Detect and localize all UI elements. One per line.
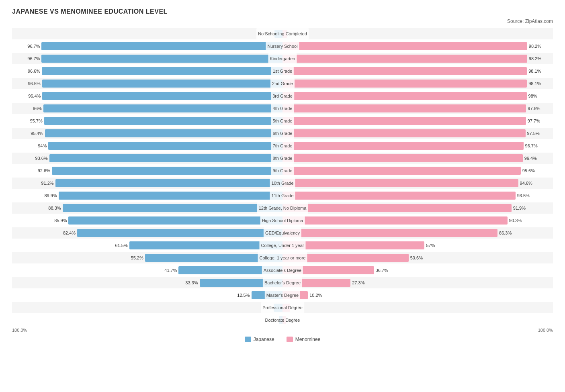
row-label: Master's Degree	[265, 290, 300, 301]
bar-right	[282, 216, 508, 225]
val-left: 96.7%	[27, 41, 40, 52]
bar-right	[282, 55, 527, 63]
chart-row: 96.4%3rd Grade98%	[12, 90, 553, 102]
right-section: 98.1%	[282, 78, 553, 89]
right-section: 90.3%	[282, 215, 553, 226]
chart-row: 96.7%Kindergarten98.2%	[12, 53, 553, 64]
chart-row: 96.6%1st Grade98.1%	[12, 65, 553, 77]
legend-japanese-icon	[245, 337, 251, 342]
left-section: 95.4%	[12, 128, 282, 139]
bar-left	[41, 42, 282, 50]
right-section: 86.3%	[282, 227, 553, 239]
axis-labels: 100.0% 100.0%	[12, 328, 553, 333]
row-label: 1st Grade	[271, 65, 294, 77]
row-label: Doctorate Degree	[264, 314, 302, 326]
right-section: 96.4%	[282, 153, 553, 164]
row-label: GED/Equivalency	[264, 227, 301, 239]
chart-row: 95.7%5th Grade97.7%	[12, 115, 553, 127]
bar-right	[282, 142, 524, 150]
left-section: 96%	[12, 103, 282, 114]
val-right: 98.1%	[528, 78, 541, 89]
left-section: 3.3%	[12, 28, 282, 39]
val-left: 92.6%	[38, 165, 50, 176]
chart-row: 96.5%2nd Grade98.1%	[12, 78, 553, 89]
row-label: College, Under 1 year	[259, 240, 305, 251]
bar-left	[48, 142, 282, 150]
row-label: 12th Grade, No Diploma	[257, 202, 308, 214]
right-section: 27.3%	[282, 277, 553, 288]
chart-row: 33.3%Bachelor's Degree27.3%	[12, 277, 553, 288]
bar-right	[282, 67, 527, 75]
left-section: 89.9%	[12, 190, 282, 201]
legend: Japanese Menominee	[12, 337, 553, 342]
right-section: 50.6%	[282, 252, 553, 263]
right-section: 97.8%	[282, 103, 553, 114]
chart-area: 3.3%No Schooling Completed1.9%96.7%Nurse…	[12, 28, 553, 326]
bar-right	[282, 80, 527, 88]
bar-left	[42, 67, 282, 75]
row-label: Nursery School	[266, 41, 299, 52]
val-right: 97.5%	[527, 128, 540, 139]
legend-menominee: Menominee	[287, 337, 321, 342]
left-section: 33.3%	[12, 277, 282, 288]
right-section: 98.1%	[282, 65, 553, 77]
right-section: 57%	[282, 240, 553, 251]
val-left: 95.7%	[30, 115, 42, 127]
left-section: 93.6%	[12, 153, 282, 164]
right-section: 96.7%	[282, 140, 553, 151]
right-section: 98.2%	[282, 53, 553, 64]
source-label: Source: ZipAtlas.com	[12, 18, 553, 24]
left-section: 96.6%	[12, 65, 282, 77]
chart-row: 55.2%College, 1 year or more50.6%	[12, 252, 553, 263]
bar-right	[282, 92, 527, 100]
row-label: 4th Grade	[271, 103, 294, 114]
val-left: 41.7%	[164, 265, 177, 276]
bar-right	[282, 117, 526, 125]
right-section: 1.4%	[282, 314, 553, 326]
left-section: 88.3%	[12, 202, 282, 214]
left-section: 55.2%	[12, 252, 282, 263]
val-left: 96.6%	[28, 65, 40, 77]
chart-row: 82.4%GED/Equivalency86.3%	[12, 227, 553, 239]
chart-title: JAPANESE VS MENOMINEE EDUCATION LEVEL	[12, 8, 553, 15]
chart-row: 95.4%6th Grade97.5%	[12, 128, 553, 139]
right-section: 3.1%	[282, 302, 553, 313]
left-section: 1.5%	[12, 314, 282, 326]
val-right: 95.6%	[522, 165, 535, 176]
val-right: 98.2%	[529, 41, 541, 52]
val-right: 98.1%	[528, 65, 541, 77]
bar-right	[282, 104, 526, 112]
bar-right	[282, 192, 516, 200]
left-section: 85.9%	[12, 215, 282, 226]
val-right: 96.7%	[525, 140, 538, 151]
chart-row: 96.7%Nursery School98.2%	[12, 41, 553, 52]
val-right: 50.6%	[410, 252, 423, 263]
right-section: 93.5%	[282, 190, 553, 201]
val-right: 86.3%	[499, 227, 512, 239]
row-label: 11th Grade	[270, 190, 295, 201]
right-section: 95.6%	[282, 165, 553, 176]
row-label: 7th Grade	[271, 140, 294, 151]
row-label: Associate's Degree	[262, 265, 303, 276]
val-left: 89.9%	[44, 190, 57, 201]
bar-right	[282, 129, 526, 137]
bar-left	[42, 92, 282, 100]
left-section: 96.5%	[12, 78, 282, 89]
val-left: 85.9%	[54, 215, 67, 226]
right-section: 10.2%	[282, 290, 553, 301]
val-right: 97.8%	[528, 103, 540, 114]
bar-left	[55, 179, 282, 187]
left-section: 61.5%	[12, 240, 282, 251]
row-label: 9th Grade	[271, 165, 294, 176]
bar-left	[52, 167, 282, 175]
chart-row: 12.5%Master's Degree10.2%	[12, 290, 553, 301]
bar-left	[41, 55, 282, 63]
val-left: 82.4%	[63, 227, 76, 239]
right-section: 98.2%	[282, 41, 553, 52]
bar-right	[282, 179, 518, 187]
chart-row: 3.5%Professional Degree3.1%	[12, 302, 553, 313]
legend-menominee-label: Menominee	[295, 337, 321, 342]
right-section: 97.7%	[282, 115, 553, 127]
bar-left	[45, 129, 282, 137]
row-label: High School Diploma	[260, 215, 305, 226]
